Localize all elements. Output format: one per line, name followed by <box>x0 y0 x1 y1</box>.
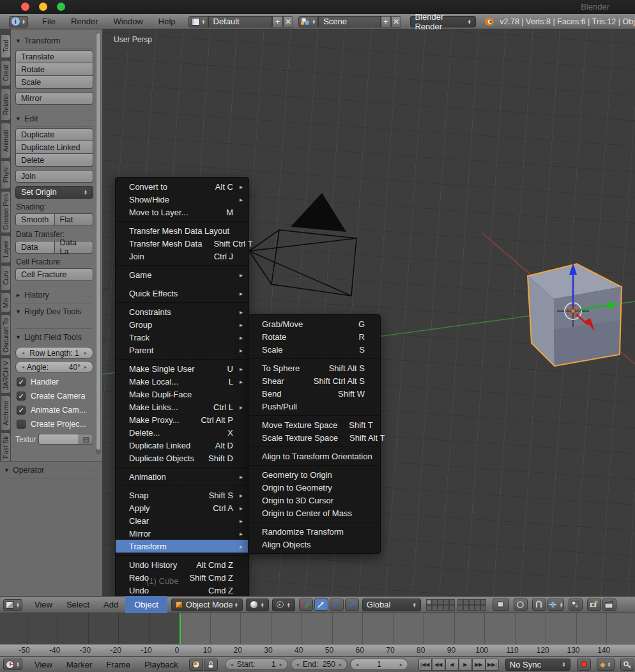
increment-arrow-icon[interactable]: ▸ <box>339 662 342 668</box>
pivot-point-select[interactable]: ▲▼ <box>272 599 295 611</box>
prev-keyframe-button[interactable]: ◀◀ <box>432 659 445 671</box>
object-menu-item-undo[interactable]: UndoCmd Z▸ <box>116 584 249 596</box>
layer-toggle[interactable] <box>480 605 486 611</box>
tool-duplicate-linked[interactable]: Duplicate Linked <box>15 141 93 154</box>
lock-time-icon[interactable] <box>204 659 218 671</box>
toolshelf-tab-animati[interactable]: Animati <box>1 123 11 158</box>
panel-header-operator[interactable]: ▼ Operator :::: <box>4 464 98 476</box>
tool-delete[interactable]: Delete <box>15 154 93 167</box>
object-menu-item-join[interactable]: JoinCtrl J▸ <box>116 250 249 263</box>
editor-type-selector-timeline[interactable]: ▲▼ <box>3 659 22 670</box>
layers-grid-1[interactable] <box>426 599 455 611</box>
add-scene-button[interactable]: + <box>381 16 391 27</box>
timeline-menu-frame[interactable]: Frame <box>99 660 137 669</box>
layer-toggle[interactable] <box>475 599 480 605</box>
toolshelf-tab-grease-pen[interactable]: Grease Pen <box>1 191 11 233</box>
timeline-menu-marker[interactable]: Marker <box>59 660 99 669</box>
start-frame-field[interactable]: ◂ Start: 1 ▸ <box>225 659 288 670</box>
object-menu-item-make-dupli-face[interactable]: Make Dupli-Face▸ <box>116 388 249 401</box>
viewport-shading-select[interactable]: ▲▼ <box>246 599 269 611</box>
transform-submenu-item-randomize-transform[interactable]: Randomize Transform▸ <box>249 525 380 538</box>
checkbox[interactable]: ✓ <box>17 392 26 401</box>
layer-toggle[interactable] <box>443 599 449 605</box>
manipulator-axes-icon[interactable] <box>299 599 313 611</box>
object-menu-item-constraints[interactable]: Constraints▸ <box>116 305 249 318</box>
toolshelf-scrollbar[interactable] <box>96 33 101 454</box>
scene-name-field[interactable]: Scene <box>318 16 380 27</box>
panel-header-transform[interactable]: ▼ Transform :::: <box>15 35 93 47</box>
browse-file-icon[interactable]: ▤ <box>79 434 93 445</box>
data-layout-button[interactable]: Data La <box>55 241 94 254</box>
object-menu-item-clear[interactable]: Clear▸ <box>116 514 249 527</box>
object-menu-item-snap[interactable]: SnapShift S▸ <box>116 489 249 501</box>
layer-toggle[interactable] <box>475 605 480 611</box>
transform-submenu-item-push-pull[interactable]: Push/Pull▸ <box>249 400 380 413</box>
editor-type-selector-info[interactable]: i ▲▼ <box>9 16 28 27</box>
layer-toggle[interactable] <box>463 599 469 605</box>
editor-type-selector-3dview[interactable]: ▲▼ <box>3 599 22 611</box>
object-menu-item-make-links[interactable]: Make Links...Ctrl L▸ <box>116 401 249 413</box>
shade-smooth-button[interactable]: Smooth <box>15 213 55 226</box>
toolshelf-tab-creat[interactable]: Creat <box>1 60 11 86</box>
checkbox-row-handler[interactable]: ✓Handler <box>15 375 93 389</box>
snap-magnet-icon[interactable] <box>532 599 546 611</box>
checkbox[interactable] <box>17 420 26 429</box>
timeline-canvas[interactable] <box>0 613 635 644</box>
object-menu-item-duplicate-linked[interactable]: Duplicate LinkedAlt D▸ <box>116 439 249 452</box>
slider-right-arrow-icon[interactable]: ▸ <box>84 350 87 356</box>
proportional-edit-icon[interactable] <box>514 599 528 611</box>
panel-header-history[interactable]: ► History :::: <box>15 289 93 301</box>
layer-toggle[interactable] <box>426 599 432 605</box>
timeline-menu-playback[interactable]: Playback <box>137 660 185 669</box>
toolshelf-tab-relatio[interactable]: Relatio <box>1 88 11 121</box>
object-menu-item-game[interactable]: Game▸ <box>116 268 249 281</box>
layer-toggle[interactable] <box>480 599 486 605</box>
lock-to-scene-icon[interactable] <box>493 599 509 611</box>
sync-mode-select[interactable]: No Sync ▲▼ <box>505 659 570 671</box>
delete-layout-button[interactable]: ✕ <box>283 16 293 27</box>
layer-toggle[interactable] <box>438 599 443 605</box>
view3d-menu-select[interactable]: Select <box>59 600 96 609</box>
jump-to-end-button[interactable]: ▶▶| <box>486 659 499 671</box>
mode-select[interactable]: Object Mode ▲▼ <box>171 599 243 611</box>
menu-render[interactable]: Render <box>63 17 106 26</box>
object-menu-item-delete[interactable]: Delete...X▸ <box>116 426 249 439</box>
view3d-menu-add[interactable]: Add <box>96 600 125 609</box>
layer-toggle[interactable] <box>449 599 455 605</box>
layer-toggle[interactable] <box>426 605 432 611</box>
checkbox-row-create-camera[interactable]: ✓Create Camera <box>15 389 93 403</box>
menu-help[interactable]: Help <box>151 17 183 26</box>
transform-submenu-item-geometry-to-origin[interactable]: Geometry to Origin▸ <box>249 468 380 481</box>
transform-submenu-item-scale[interactable]: ScaleS▸ <box>249 343 380 356</box>
toolshelf-tab-oscurart-to[interactable]: Oscurart To <box>1 314 11 356</box>
view3d-menu-view[interactable]: View <box>27 600 59 609</box>
layer-toggle[interactable] <box>443 605 449 611</box>
toolshelf-tab-layer[interactable]: Layer <box>1 235 11 263</box>
transform-submenu-item-align-objects[interactable]: Align Objects▸ <box>249 538 380 551</box>
record-button[interactable] <box>577 659 591 671</box>
object-menu-item-move-to-layer[interactable]: Move to Layer...M▸ <box>116 206 249 218</box>
slider-right-arrow-icon[interactable]: ▸ <box>84 364 87 370</box>
angle-slider[interactable]: ◂ Angle: 40° ▸ <box>15 361 93 373</box>
menu-file[interactable]: File <box>34 17 63 26</box>
delete-scene-button[interactable]: ✕ <box>391 16 401 27</box>
object-menu-item-duplicate-objects[interactable]: Duplicate ObjectsShift D▸ <box>116 452 249 464</box>
end-frame-field[interactable]: ◂ End: 250 ▸ <box>291 659 348 670</box>
increment-arrow-icon[interactable]: ▸ <box>280 662 282 668</box>
checkbox[interactable]: ✓ <box>17 378 26 386</box>
object-menu-item-transform[interactable]: Transform▸ <box>116 540 249 553</box>
scene-icon-button[interactable]: ▲▼ <box>298 16 318 27</box>
transform-submenu-item-to-sphere[interactable]: To SphereShift Alt S▸ <box>249 362 380 374</box>
panel-header-rigify[interactable]: ▼ Rigify Dev Tools <box>15 306 93 317</box>
row-length-slider[interactable]: ◂ Row Length: 1 ▸ <box>15 347 93 359</box>
transform-submenu-item-scale-texture-space[interactable]: Scale Texture SpaceShift Alt T▸ <box>249 431 380 444</box>
toolshelf-tab-mis[interactable]: Mis <box>1 293 11 312</box>
toolshelf-tab-archime[interactable]: Archime <box>1 395 11 431</box>
tool-rotate[interactable]: Rotate <box>15 63 93 76</box>
timeline-ruler[interactable]: -50-40-30-20-100102030405060708090100110… <box>0 644 635 657</box>
snap-element-select[interactable]: ▲▼ <box>547 599 564 611</box>
object-menu-item-transfer-mesh-data-layout[interactable]: Transfer Mesh Data Layout▸ <box>116 224 249 237</box>
layer-toggle[interactable] <box>432 599 438 605</box>
object-menu-item-make-local[interactable]: Make Local...L▸ <box>116 375 249 388</box>
keying-set-select[interactable]: ◆ ▲▼ <box>597 659 615 671</box>
